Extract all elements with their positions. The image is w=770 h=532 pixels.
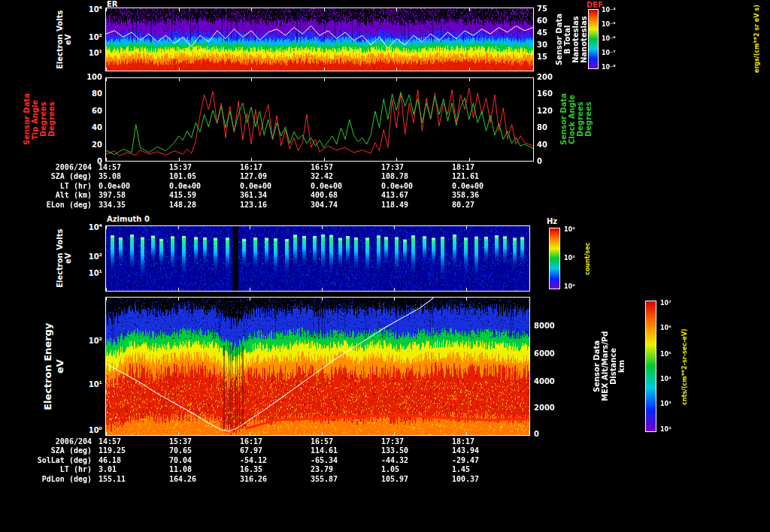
table-cell: 0.0e+00 (169, 182, 240, 191)
table-row: LT (hr)3.0111.0816.3523.791.051.45 (0, 465, 523, 474)
table-cell: 361.34 (240, 191, 311, 200)
colorbar2-title: Hz (547, 217, 557, 225)
table-cell: 133.50 (381, 446, 452, 455)
tick-label: 10² (89, 337, 102, 345)
colorbar2-unit-text: count/sec (584, 225, 592, 292)
table-cell: 0.0e+00 (452, 182, 523, 191)
table-cell: 164.26 (169, 475, 240, 484)
tick-label: 80 (537, 124, 547, 131)
table-cell: 16.35 (240, 465, 311, 474)
tick-label: 10⁻⁷ (602, 50, 616, 57)
def-colorbar (588, 9, 599, 69)
table-cell: 18:17 (452, 163, 523, 172)
tick-label: 6000 (534, 350, 555, 358)
table-row: 2006/20414:5715:3716:1716:5717:3718:17 (0, 437, 523, 446)
axis-label-line: MEX Alt/Mars/Pd (601, 297, 609, 436)
tick-label: 2000 (534, 404, 555, 412)
colorbar3-tick-labels: 10⁷10⁶10⁵10⁴10³10² (660, 301, 680, 432)
table-row: SZA (deg)119.2570.6567.97114.61133.50143… (0, 446, 523, 455)
table-cell: 143.94 (452, 446, 523, 455)
axis-label-line: Distance (609, 297, 617, 436)
table-cell: -54.12 (240, 456, 311, 465)
table-cell: 17:37 (381, 437, 452, 446)
table-cell: 100.37 (452, 475, 523, 484)
table-cell: 11.08 (169, 465, 240, 474)
axis-label-line: Sensor Data (559, 77, 568, 162)
table-cell: 105.97 (381, 475, 452, 484)
row-label: PdLon (deg) (0, 475, 99, 484)
tick-label: 160 (537, 90, 553, 98)
table-cell: -65.34 (311, 456, 381, 465)
table-cell: 46.18 (99, 456, 169, 465)
table-cell: 119.25 (99, 446, 169, 455)
axis-label-line: Degrees (47, 77, 56, 162)
table-cell: 121.61 (452, 172, 523, 181)
corner-cursor-block (2, 519, 12, 529)
tick-label: 20 (92, 141, 102, 149)
table-cell: 415.59 (169, 191, 240, 200)
hz-colorbar (549, 228, 560, 289)
tick-label: 60 (92, 107, 102, 115)
table-cell: 316.26 (240, 475, 311, 484)
table-cell: 16:57 (311, 437, 381, 446)
axis-label-line: Sensor Data (593, 297, 601, 436)
colorbar1-tick-labels: 10⁻⁴10⁻⁵10⁻⁶10⁻⁷10⁻⁸ (602, 9, 626, 69)
row-label: 2006/204 (0, 163, 99, 172)
tick-label: 75 (537, 5, 547, 13)
table-cell: 118.49 (381, 201, 452, 210)
tick-label: 0 (537, 158, 542, 165)
colorbar1-unit-text: ergs/(cm**2 sr eV s) (753, 5, 761, 74)
table-cell: 304.74 (311, 201, 381, 210)
axis-label-line: eV (54, 297, 66, 436)
table-cell: 17:37 (381, 163, 452, 172)
axis-label-line: Clock Angle (568, 77, 576, 162)
colorbar3-unit-text: cnts/(cm**2-sr-sec-eV) (681, 299, 689, 434)
panel1-left-tick-labels: 10⁴10²10¹ (75, 8, 102, 71)
table-cell: 0.0e+00 (311, 182, 381, 191)
table-cell: 18:17 (452, 437, 523, 446)
colorbar3-unit-label: cnts/(cm**2-sr-sec-eV) (681, 299, 689, 434)
panel4-left-tick-labels: 10²10¹10⁰ (75, 297, 102, 436)
tick-label: 120 (537, 107, 553, 115)
panel2-right-axis-title: Sensor DataClock AngleDegreesDegrees (559, 77, 593, 162)
energy-spectrogram-panel (105, 297, 530, 436)
table-cell: 15:37 (169, 437, 240, 446)
row-label: 2006/204 (0, 437, 99, 446)
table-cell: 334.35 (99, 201, 169, 210)
tick-label: 0 (534, 431, 539, 438)
axis-label-line: Nanoteslas (571, 6, 580, 74)
table-cell: 1.05 (381, 465, 452, 474)
table-row: PdLon (deg)155.11164.26316.26355.87105.9… (0, 475, 523, 484)
tick-label: 8000 (534, 322, 555, 330)
tick-label: 80 (92, 90, 102, 98)
table-row: SZA (deg)35.08101.05127.0932.42108.78121… (0, 172, 523, 181)
row-label: LT (hr) (0, 465, 99, 474)
panel4-right-axis-title: Sensor DataMEX Alt/Mars/PdDistancekm (593, 297, 626, 436)
colorbar2-tick-labels: 10⁴10²10⁰ (564, 228, 584, 289)
axis-label-line: Electron Volts (56, 225, 64, 292)
table-row: LT (hr)0.0e+000.0e+000.0e+000.0e+000.0e+… (0, 182, 523, 191)
axis-label-line: eV (64, 225, 72, 292)
panel2-left-tick-labels: 100806040200 (75, 77, 102, 162)
table-cell: 16:17 (240, 163, 311, 172)
panel4-left-axis-title: Electron EnergyeV (42, 297, 66, 436)
table-cell: 3.01 (99, 465, 169, 474)
axis-label-line: km (617, 297, 626, 436)
axis-label-line: Sensor Data (555, 6, 563, 74)
tick-label: 40 (92, 124, 102, 131)
table-cell: 35.08 (99, 172, 169, 181)
table-cell: 155.11 (99, 475, 169, 484)
tick-label: 200 (537, 74, 553, 81)
colorbar2-unit-label: count/sec (584, 225, 592, 292)
table-cell: 358.36 (452, 191, 523, 200)
table-cell: 127.09 (240, 172, 311, 181)
table-cell: 14:57 (99, 437, 169, 446)
table-cell: 23.79 (311, 465, 381, 474)
tick-label: 10⁻⁴ (602, 7, 616, 14)
table-cell: -29.47 (452, 456, 523, 465)
tick-label: 10² (89, 253, 102, 261)
panel1-right-tick-labels: 7560453015 (537, 8, 556, 71)
axis-label-line: Degrees (584, 77, 593, 162)
tick-label: 45 (537, 29, 547, 37)
axis-label-line: Tip Angle (31, 77, 39, 162)
